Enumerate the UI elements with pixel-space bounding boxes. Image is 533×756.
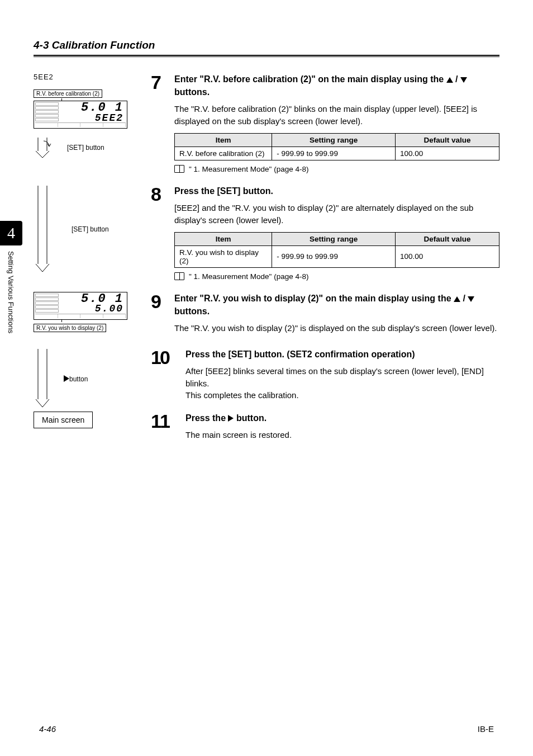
book-icon xyxy=(174,272,184,280)
table-header: Default value xyxy=(396,133,499,147)
step9-heading: Enter "R.V. you wish to display (2)" on … xyxy=(174,292,499,318)
chapter-number-badge: 4 xyxy=(0,221,22,245)
header-rule xyxy=(34,55,499,57)
table-header: Item xyxy=(175,232,272,245)
step-number-7: 7 xyxy=(151,73,171,92)
reference-row: " 1. Measurement Mode" (page 4-8) xyxy=(174,165,499,173)
device-reading-sub: 5EE2 xyxy=(60,114,123,122)
step9-body: The "R.V. you wish to display (2)" is di… xyxy=(174,322,499,334)
table-cell: R.V. you wish to display (2) xyxy=(175,245,272,267)
step9-head-a: Enter "R.V. you wish to display (2)" on … xyxy=(174,294,454,303)
up-triangle-icon xyxy=(446,77,453,83)
step7-table: Item Setting range Default value R.V. be… xyxy=(174,133,499,160)
step7-head-b: buttons. xyxy=(174,87,210,97)
chapter-side-tab: 4 Setting Various Functions xyxy=(0,221,22,352)
main-screen-box: Main screen xyxy=(34,412,93,428)
book-icon xyxy=(174,165,184,173)
table-cell: - 999.99 to 999.99 xyxy=(272,245,396,267)
flow-arrow-icon xyxy=(34,185,56,274)
set-button-label: [SET] button xyxy=(72,225,109,233)
table-cell: 100.00 xyxy=(396,245,499,267)
flow-arrow-icon xyxy=(34,136,56,159)
device-callout-label: R.V. you wish to display (2) xyxy=(34,324,106,332)
set-button-label: [SET] button xyxy=(67,144,104,152)
device-reading-main: 5.0 1 xyxy=(60,102,123,114)
table-header: Setting range xyxy=(272,232,396,245)
chapter-side-label: Setting Various Functions xyxy=(7,251,15,352)
step11-body: The main screen is restored. xyxy=(185,429,499,441)
right-triangle-icon xyxy=(64,375,69,382)
up-triangle-icon xyxy=(454,296,460,302)
page-footer: 4-46 IB-E xyxy=(39,724,494,734)
step7-head-a: Enter "R.V. before calibration (2)" on t… xyxy=(174,74,446,84)
step10-body: After [5EE2] blinks several times on the… xyxy=(185,365,499,401)
flow-arrow-icon xyxy=(34,348,56,409)
footer-doc-code: IB-E xyxy=(478,724,494,734)
table-cell: - 999.99 to 999.99 xyxy=(272,147,396,160)
table-cell: 100.00 xyxy=(396,147,499,160)
down-triangle-icon xyxy=(460,77,467,83)
reference-row: " 1. Measurement Mode" (page 4-8) xyxy=(174,272,499,281)
step10-heading: Press the [SET] button. (SET2 confirmati… xyxy=(185,348,499,361)
reference-text: " 1. Measurement Mode" (page 4-8) xyxy=(189,165,308,173)
segment-code: 5EE2 xyxy=(34,73,146,81)
table-header: Item xyxy=(175,133,272,147)
step-number-8: 8 xyxy=(151,185,171,204)
step-number-10: 10 xyxy=(151,348,182,367)
right-triangle-icon xyxy=(228,415,234,422)
reference-text: " 1. Measurement Mode" (page 4-8) xyxy=(189,272,308,281)
device-reading-sub: 5.00 xyxy=(60,304,123,313)
table-header: Default value xyxy=(396,232,499,245)
device-diagram: 5.0 1 5EE2 xyxy=(34,101,127,129)
step-number-9: 9 xyxy=(151,292,171,311)
table-header: Setting range xyxy=(272,133,396,147)
step7-heading: Enter "R.V. before calibration (2)" on t… xyxy=(174,73,499,98)
footer-page-number: 4-46 xyxy=(39,724,56,734)
step8-body: [5EE2] and the "R.V. you wish to display… xyxy=(174,202,499,226)
down-triangle-icon xyxy=(468,296,474,302)
step11-head-b: button. xyxy=(234,413,266,423)
section-title: 4-3 Calibration Function xyxy=(34,39,499,51)
right-button-label: button xyxy=(69,375,88,383)
device-diagram: 5.0 1 5.00 xyxy=(34,292,127,320)
step11-head-a: Press the xyxy=(185,413,228,423)
step-number-11: 11 xyxy=(151,412,182,431)
step11-heading: Press the button. xyxy=(185,412,499,424)
step7-body: The "R.V. before calibration (2)" blinks… xyxy=(174,103,499,127)
step8-table: Item Setting range Default value R.V. yo… xyxy=(174,232,499,268)
device-callout-label: R.V. before calibration (2) xyxy=(34,89,102,98)
step8-heading: Press the [SET] button. xyxy=(174,185,499,197)
step9-head-b: buttons. xyxy=(174,306,210,316)
table-cell: R.V. before calibration (2) xyxy=(175,147,272,160)
